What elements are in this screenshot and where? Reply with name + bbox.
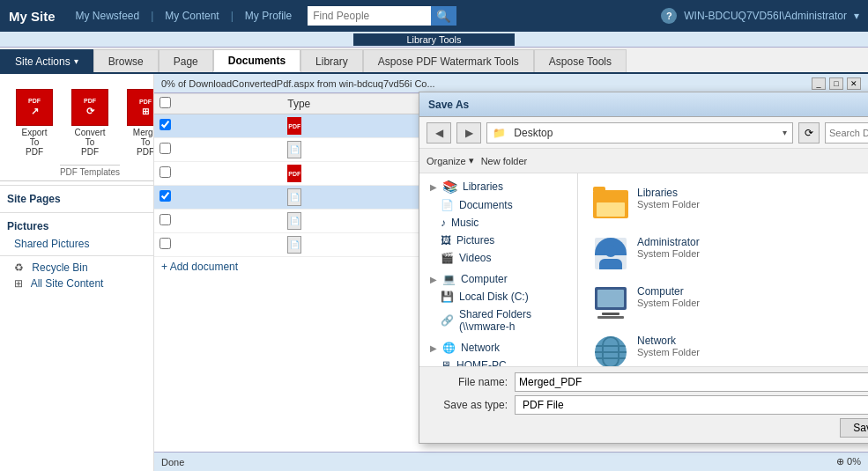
left-music[interactable]: ♪ Music [419,214,577,232]
home-pc-icon: 🖥 [441,359,451,366]
search-desktop-input[interactable] [826,126,868,140]
export-pdf-label: Export ToPDF [17,128,52,157]
location-bar[interactable]: 📁 Desktop ▾ [486,122,793,144]
close-progress-button[interactable]: ✕ [847,77,861,90]
convert-to-pdf-button[interactable]: PDF ⟳ Convert ToPDF [62,85,118,161]
find-people-button[interactable]: 🔍 [431,6,456,26]
sidebar-divider-3 [0,255,153,256]
refresh-button[interactable]: ⟳ [798,122,820,144]
right-administrator-folder[interactable]: Administrator System Folder [585,230,868,277]
row-checkbox[interactable] [160,166,171,178]
right-libraries-folder[interactable]: Libraries System Folder [585,180,868,228]
tab-aspose-tools[interactable]: Aspose Tools [534,49,627,72]
left-home-pc[interactable]: 🖥 HOME-PC [419,357,577,366]
left-libraries[interactable]: ▶ 📚 Libraries [419,177,577,196]
tab-site-actions[interactable]: Site Actions ▾ [0,49,93,72]
main-content: Personal Documents | New Type Name PDF N… [154,74,868,471]
merge-to-pdf-button[interactable]: PDF ⊞ Merge ToPDF [120,85,154,161]
status-done-text: Done [161,457,184,467]
sidebar: PDF ↗ Export ToPDF PDF ⟳ Convert ToPDF [0,74,154,471]
forward-button[interactable]: ▶ [456,122,481,144]
sidebar-divider-2 [0,212,153,213]
new-folder-button[interactable]: New folder [481,156,528,166]
my-content-link[interactable]: My Content [158,8,226,24]
left-shared-folders[interactable]: 🔗 Shared Folders (\\vmware-h [419,305,577,335]
merge-pdf-label: Merge ToPDF [128,128,154,157]
status-bar: Done ⊕ 0% [154,452,868,471]
tab-page[interactable]: Page [159,49,213,72]
export-pdf-icon: PDF ↗ [16,89,53,126]
download-progress-text: 0% of DownloadConvertedPdf.aspx from win… [161,78,435,89]
filename-input[interactable] [515,372,868,392]
save-button[interactable]: Save [840,418,868,438]
file-type-icon: 📄 [287,212,301,230]
footer-buttons: Save Cancel [428,418,868,438]
libraries-icon: 📚 [442,180,457,194]
left-local-disk[interactable]: 💾 Local Disk (C:) [419,288,577,305]
sidebar-site-pages[interactable]: Site Pages [0,189,153,209]
organize-dropdown-icon: ▾ [469,155,474,166]
dialog-left-panel: ▶ 📚 Libraries 📄 Documents ♪ Music 🖼 [419,173,578,366]
network-big-icon [593,335,628,366]
my-profile-link[interactable]: My Profile [238,8,299,24]
convert-pdf-label: Convert ToPDF [70,128,110,157]
minimize-progress-button[interactable]: _ [812,77,826,90]
sidebar-pictures[interactable]: Pictures [0,217,153,236]
ribbon-group-pdf: PDF ↗ Export ToPDF PDF ⟳ Convert ToPDF [9,85,154,177]
pdf-type-icon: PDF [287,117,301,135]
music-icon: ♪ [441,217,446,229]
search-desktop-bar[interactable]: 🔍 [825,122,868,144]
sidebar-item-shared-pictures[interactable]: Shared Pictures [0,236,153,252]
left-pictures[interactable]: 🖼 Pictures [419,232,577,249]
sidebar-recycle-bin[interactable]: ♻ Recycle Bin [0,260,153,276]
savetype-select[interactable]: PDF File [515,395,868,415]
organize-button[interactable]: Organize ▾ [427,155,474,166]
libraries-expand-icon: ▶ [430,182,437,192]
tab-library[interactable]: Library [300,49,363,72]
row-checkbox[interactable] [160,190,171,202]
nav-links: My Newsfeed | My Content | My Profile [69,8,300,24]
libraries-folder-icon [593,187,628,222]
tab-aspose-pdf[interactable]: Aspose PDF Watermark Tools [363,49,534,72]
tab-documents[interactable]: Documents [213,49,300,72]
file-type-icon: 📄 [287,236,301,254]
user-label: WIN-BDCUQ7VD56I\Administrator [684,10,847,22]
dialog-toolbar: ◀ ▶ 📁 Desktop ▾ ⟳ 🔍 [419,117,868,149]
back-button[interactable]: ◀ [427,122,451,144]
ribbon-label-bar: Library Tools [0,32,868,48]
sidebar-all-site-content[interactable]: ⊞ All Site Content [0,276,153,291]
row-checkbox[interactable] [160,238,171,249]
dialog-titlebar: Save As ✕ [419,92,868,117]
left-documents[interactable]: 📄 Documents [419,196,577,214]
row-checkbox[interactable] [160,119,171,130]
left-network[interactable]: ▶ 🌐 Network [419,339,577,357]
select-all-checkbox[interactable] [160,97,171,108]
left-videos[interactable]: 🎬 Videos [419,249,577,267]
export-to-pdf-button[interactable]: PDF ↗ Export ToPDF [9,85,60,161]
file-type-icon: 📄 [287,141,301,158]
administrator-folder-icon [593,236,628,271]
dialog-title: Save As [428,99,469,111]
location-dropdown-icon[interactable]: ▾ [783,128,787,137]
row-checkbox[interactable] [160,143,171,154]
find-people-search[interactable]: 🔍 [308,6,456,26]
right-computer-folder[interactable]: Computer System Folder [585,279,868,327]
help-icon[interactable]: ? [661,8,677,24]
recycle-bin-icon: ♻ [14,261,24,274]
filename-row: File name: ▾ [428,372,868,392]
find-people-input[interactable] [308,6,431,26]
pdf-type-icon: PDF [287,165,301,182]
row-checkbox[interactable] [160,214,171,225]
documents-icon: 📄 [441,199,454,211]
savetype-row: Save as type: PDF File ▾ [428,395,868,415]
tab-browse[interactable]: Browse [93,49,159,72]
left-computer[interactable]: ▶ 💻 Computer [419,270,577,288]
user-dropdown-icon[interactable]: ▾ [854,10,859,22]
location-text: 📁 Desktop [493,127,783,139]
my-newsfeed-link[interactable]: My Newsfeed [69,8,147,24]
restore-progress-button[interactable]: □ [829,77,843,90]
top-nav-right: ? WIN-BDCUQ7VD56I\Administrator ▾ [661,8,859,24]
right-network-folder[interactable]: Network System Folder [585,328,868,366]
dialog-body: ▶ 📚 Libraries 📄 Documents ♪ Music 🖼 [419,173,868,366]
network-icon: 🌐 [442,342,456,354]
